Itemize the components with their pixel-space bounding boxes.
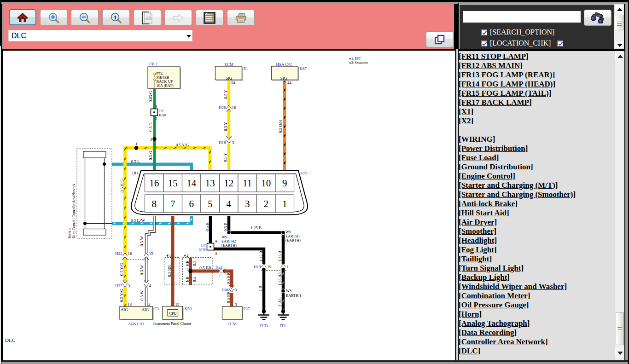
- svg-text:1: 1: [114, 14, 116, 20]
